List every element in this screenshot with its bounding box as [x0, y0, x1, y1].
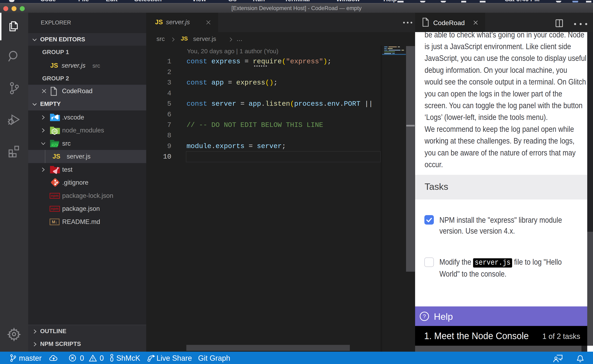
svg-text:?: ? [423, 313, 426, 319]
svg-text:</>: </> [52, 143, 58, 147]
svg-text:JS: JS [53, 130, 56, 133]
